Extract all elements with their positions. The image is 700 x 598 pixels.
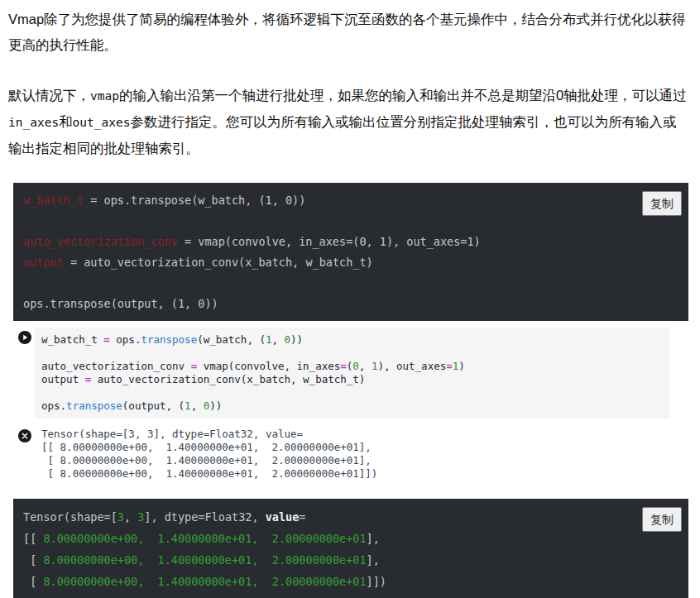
play-icon[interactable] <box>18 331 31 344</box>
inline-code: vmap <box>90 89 119 103</box>
code-line: ops.transpose(output, (1, 0)) <box>41 399 662 413</box>
code-line: [ 8.00000000e+00, 1.40000000e+01, 2.0000… <box>41 467 377 481</box>
copy-button[interactable]: 复制 <box>642 191 682 216</box>
output-code-block: 复制 Tensor(shape=[3, 3], dtype=Float32, v… <box>13 499 688 598</box>
code-line: w_batch_t = ops.transpose(w_batch, (1, 0… <box>23 190 678 211</box>
code-line: [ 8.00000000e+00, 1.40000000e+01, 2.0000… <box>23 549 678 571</box>
code-line: auto_vectorization_conv = vmap(convolve,… <box>41 360 662 373</box>
inline-code: out_axes <box>73 116 131 129</box>
close-circle-icon <box>18 429 31 443</box>
code-line <box>41 386 662 399</box>
vmap-axes-paragraph: 默认情况下，vmap的输入输出沿第一个轴进行批处理，如果您的输入和输出并不总是期… <box>8 83 688 161</box>
source-code-block: 复制 w_batch_t = ops.transpose(w_batch, (1… <box>13 183 688 321</box>
code-line: Tensor(shape=[3, 3], dtype=Float32, valu… <box>41 428 377 441</box>
code-line: [[ 8.00000000e+00, 1.40000000e+01, 2.000… <box>23 528 678 549</box>
source-code-lines: w_batch_t = ops.transpose(w_batch, (1, 0… <box>23 190 678 314</box>
code-line: ops.transpose(output, (1, 0)) <box>23 294 678 314</box>
code-line <box>23 273 678 294</box>
code-line: [[ 8.00000000e+00, 1.40000000e+01, 2.000… <box>41 441 377 454</box>
executed-code-block: w_batch_t = ops.transpose(w_batch, (1, 0… <box>35 328 670 419</box>
cell-output-row: Tensor(shape=[3, 3], dtype=Float32, valu… <box>18 426 700 481</box>
output-code-lines: Tensor(shape=[3, 3], dtype=Float32, valu… <box>23 506 678 592</box>
code-line <box>23 211 678 232</box>
code-line: output = auto_vectorization_conv(x_batch… <box>23 252 678 273</box>
code-line: auto_vectorization_conv = vmap(convolve,… <box>23 232 678 252</box>
copy-button[interactable]: 复制 <box>642 507 682 532</box>
code-line: w_batch_t = ops.transpose(w_batch, (1, 0… <box>41 333 662 347</box>
inline-code: in_axes <box>8 116 59 129</box>
code-line: output = auto_vectorization_conv(x_batch… <box>41 373 662 386</box>
intro-paragraph: Vmap除了为您提供了简易的编程体验外，将循环逻辑下沉至函数的各个基元操作中，结… <box>8 0 688 58</box>
code-line: [ 8.00000000e+00, 1.40000000e+01, 2.0000… <box>41 454 377 467</box>
executed-cell-row: w_batch_t = ops.transpose(w_batch, (1, 0… <box>18 328 700 419</box>
code-line: Tensor(shape=[3, 3], dtype=Float32, valu… <box>23 506 678 528</box>
code-line <box>41 347 662 360</box>
code-line: [ 8.00000000e+00, 1.40000000e+01, 2.0000… <box>23 571 678 592</box>
tensor-output-text: Tensor(shape=[3, 3], dtype=Float32, valu… <box>41 428 377 481</box>
